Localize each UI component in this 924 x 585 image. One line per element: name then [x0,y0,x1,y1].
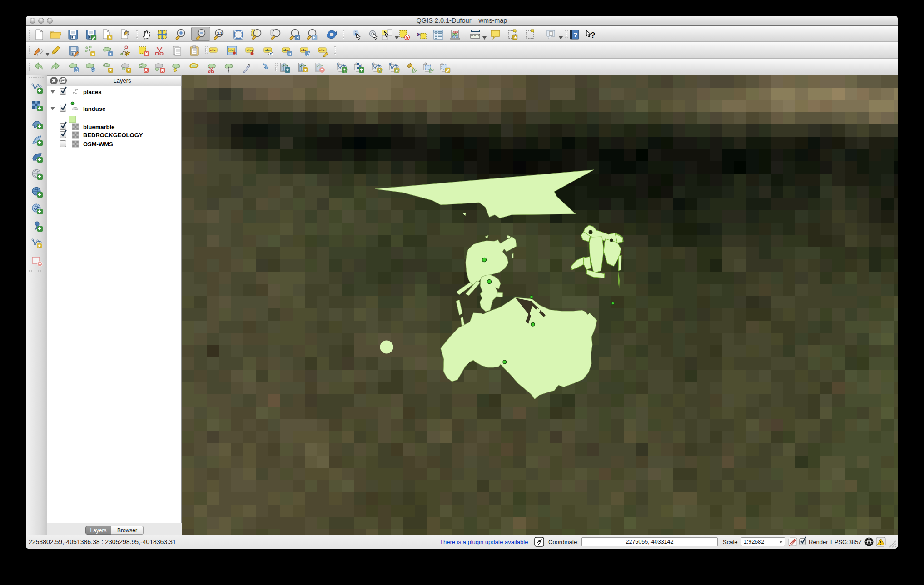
svg-text:1:1: 1:1 [217,31,223,35]
svg-text:T: T [550,32,552,36]
svg-text:abc: abc [210,48,216,52]
svg-text:abc: abc [247,48,253,52]
svg-text:abc: abc [265,48,271,52]
svg-text:?: ? [591,31,595,40]
svg-text:abc: abc [229,49,234,52]
svg-text:abc: abc [319,48,325,52]
svg-text:?: ? [573,31,577,39]
svg-text:ε: ε [417,30,420,38]
